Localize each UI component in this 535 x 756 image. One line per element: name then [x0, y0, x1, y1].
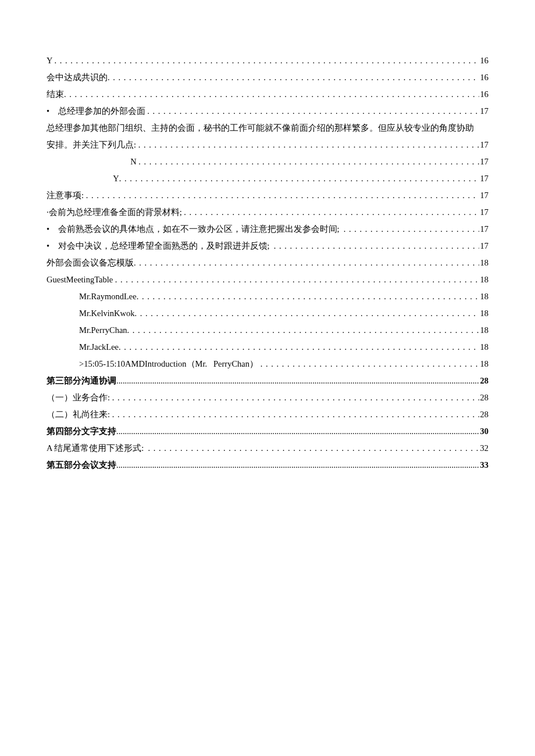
toc-entry: Mr.RaymondLee 18 — [47, 288, 488, 305]
toc-leader-dots — [86, 187, 479, 204]
toc-label: Y — [113, 170, 119, 187]
toc-entry: Mr.JackLee 18 — [47, 339, 488, 356]
toc-label: • 总经理参加的外部会面 — [47, 103, 147, 120]
toc-page-number: 16 — [479, 52, 489, 69]
toc-entry: Mr.PerryChan 18 — [47, 322, 488, 339]
toc-page-number: 32 — [479, 440, 489, 457]
toc-entry: N 17 — [47, 153, 488, 170]
toc-label: （一）业务合作: — [47, 389, 112, 406]
toc-label: Mr.RaymondLee — [79, 288, 137, 305]
toc-page-number: 18 — [479, 271, 489, 288]
toc-line: 总经理参加其他部门组织、主持的会面，秘书的工作可能就不像前面介绍的那样繁多。但应… — [47, 120, 488, 137]
toc-leader-dots — [147, 103, 479, 120]
toc-page-number: 16 — [479, 86, 489, 103]
toc-page-number: 18 — [479, 356, 489, 372]
toc-container: Y 16会中达成共识的 16结束 16• 总经理参加的外部会面 17总经理参加其… — [47, 52, 488, 474]
toc-page-number: 17 — [479, 153, 489, 170]
toc-page-number: 18 — [479, 305, 489, 322]
toc-page-number: 16 — [479, 69, 489, 86]
toc-leader-dots — [138, 153, 479, 170]
toc-leader-dots — [261, 356, 479, 372]
toc-page-number: 18 — [479, 339, 489, 356]
toc-leader-dots — [127, 322, 479, 339]
toc-page-number: 17 — [479, 238, 489, 255]
toc-entry: • 总经理参加的外部会面 17 — [47, 103, 488, 120]
toc-page-number: 28 — [479, 389, 489, 406]
toc-leader-dots — [64, 86, 479, 103]
toc-leader-dots — [116, 372, 479, 389]
toc-page-number: 17 — [479, 204, 489, 221]
toc-page-number: 17 — [479, 103, 489, 120]
toc-leader-dots — [274, 238, 479, 255]
toc-entry: GuestMeetingTable 18 — [47, 271, 488, 288]
toc-leader-dots — [134, 255, 479, 271]
toc-leader-dots — [112, 406, 479, 423]
toc-label: 第三部分沟通协调 — [47, 372, 116, 389]
toc-label: 结束 — [47, 86, 64, 103]
toc-label: ·会前为总经理准备全面的背景材料; — [47, 204, 184, 221]
toc-label: 第四部分文字支持 — [47, 423, 116, 440]
toc-label: 会中达成共识的 — [47, 69, 108, 86]
toc-label: Mr.JackLee — [79, 339, 119, 356]
toc-label: GuestMeetingTable — [47, 271, 115, 288]
toc-label: （二）礼尚往来: — [47, 406, 112, 423]
toc-leader-dots — [115, 271, 479, 288]
toc-leader-dots — [134, 305, 479, 322]
toc-entry: A 结尾通常使用下述形式: 32 — [47, 440, 488, 457]
toc-entry: 第五部分会议支持33 — [47, 457, 488, 474]
toc-page-number: 17 — [479, 187, 489, 204]
toc-label: Y — [47, 52, 55, 69]
toc-entry: Y 16 — [47, 52, 488, 69]
toc-label: N — [130, 153, 138, 170]
toc-label: A 结尾通常使用下述形式: — [47, 440, 148, 457]
toc-entry: （一）业务合作: 28 — [47, 389, 488, 406]
toc-leader-dots — [184, 204, 479, 221]
toc-leader-dots — [137, 288, 479, 305]
toc-label: 第五部分会议支持 — [47, 457, 116, 474]
toc-entry: 会中达成共识的 16 — [47, 69, 488, 86]
toc-leader-dots — [116, 457, 479, 474]
toc-entry: >15:05-15:10AMDIntroduction（Mr. PerryCha… — [47, 356, 488, 372]
toc-entry: 结束 16 — [47, 86, 488, 103]
toc-entry: • 对会中决议，总经理希望全面熟悉的，及时跟进并反馈; 17 — [47, 238, 488, 255]
toc-page-number: 28 — [479, 406, 489, 423]
toc-label: 安排。并关注下列几点: — [47, 137, 138, 153]
toc-entry: 第四部分文字支持30 — [47, 423, 488, 440]
toc-leader-dots — [138, 137, 479, 153]
toc-label: Mr.PerryChan — [79, 322, 127, 339]
toc-page-number: 18 — [479, 322, 489, 339]
toc-label: • 会前熟悉会议的具体地点，如在不一致办公区，请注意把握出发参会时间; — [47, 221, 344, 238]
toc-entry: 外部会面会议备忘模版 18 — [47, 255, 488, 271]
toc-leader-dots — [55, 52, 479, 69]
toc-leader-dots — [108, 69, 479, 86]
toc-entry: 第三部分沟通协调28 — [47, 372, 488, 389]
toc-page-number: 17 — [479, 137, 489, 153]
toc-page-number: 18 — [479, 288, 489, 305]
toc-entry: 注意事项: 17 — [47, 187, 488, 204]
toc-page-number: 33 — [479, 457, 489, 474]
toc-entry: （二）礼尚往来: 28 — [47, 406, 488, 423]
toc-multiline: 总经理参加其他部门组织、主持的会面，秘书的工作可能就不像前面介绍的那样繁多。但应… — [47, 120, 488, 153]
toc-leader-dots — [148, 440, 479, 457]
toc-entry: ·会前为总经理准备全面的背景材料; 17 — [47, 204, 488, 221]
toc-entry: Mr.KelvinKwok 18 — [47, 305, 488, 322]
toc-entry: Y 17 — [47, 170, 488, 187]
toc-label: 外部会面会议备忘模版 — [47, 255, 134, 271]
toc-label: Mr.KelvinKwok — [79, 305, 134, 322]
toc-label: 注意事项: — [47, 187, 86, 204]
toc-page-number: 17 — [479, 170, 489, 187]
toc-line: 安排。并关注下列几点: 17 — [47, 137, 488, 153]
toc-leader-dots — [344, 221, 479, 238]
toc-leader-dots — [119, 339, 479, 356]
toc-page-number: 30 — [479, 423, 489, 440]
toc-label: >15:05-15:10AMDIntroduction（Mr. PerryCha… — [79, 356, 261, 372]
toc-entry: • 会前熟悉会议的具体地点，如在不一致办公区，请注意把握出发参会时间; 17 — [47, 221, 488, 238]
toc-page-number: 28 — [479, 372, 489, 389]
toc-leader-dots — [112, 389, 479, 406]
toc-label: • 对会中决议，总经理希望全面熟悉的，及时跟进并反馈; — [47, 238, 274, 255]
toc-leader-dots — [119, 170, 479, 187]
toc-leader-dots — [116, 423, 479, 440]
toc-page-number: 18 — [479, 255, 489, 271]
toc-page-number: 17 — [479, 221, 489, 238]
